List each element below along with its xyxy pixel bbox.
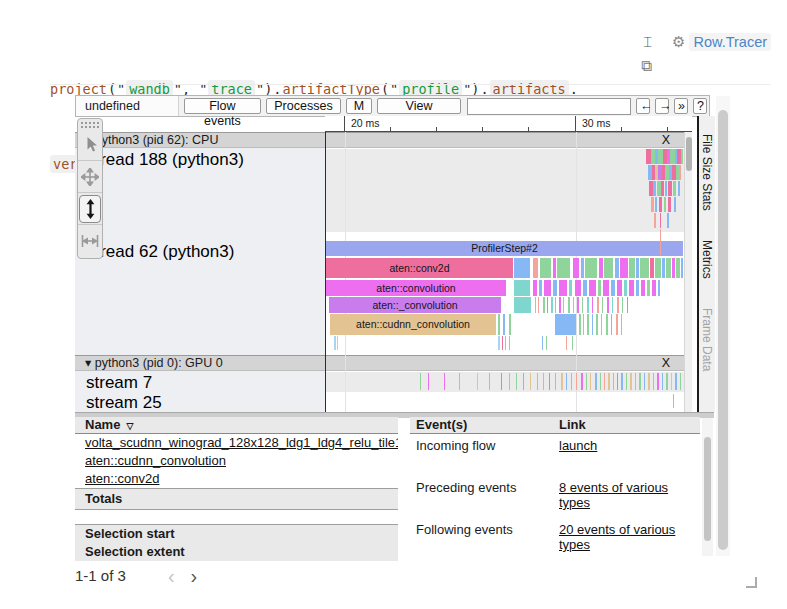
nav-right-button[interactable]: → (655, 98, 669, 114)
trace-span-segment[interactable] (662, 373, 663, 390)
trace-span-segment[interactable] (617, 373, 618, 390)
trace-span-segment[interactable] (575, 280, 581, 296)
trace-span-segment[interactable] (668, 197, 671, 212)
flow-events-button[interactable]: Flow events (184, 98, 262, 114)
trace-span-segment[interactable] (630, 373, 632, 390)
trace-span-segment[interactable] (639, 373, 641, 390)
trace-span-segment[interactable] (459, 373, 460, 390)
trace-span-segment[interactable] (655, 197, 657, 212)
pan-tool-button[interactable] (78, 160, 102, 192)
trace-span-segment[interactable] (660, 229, 661, 255)
trace-span-segment[interactable] (626, 373, 627, 390)
kernel-name-link[interactable]: volta_scudnn_winograd_128x128_ldg1_ldg4_… (85, 435, 398, 450)
trace-span-segment[interactable] (654, 213, 656, 228)
palette-drag-handle[interactable] (80, 121, 100, 129)
trace-span-segment[interactable] (592, 314, 593, 335)
panel-type-selector[interactable]: ⚙Row.Tracer (672, 33, 771, 51)
trace-span-segment[interactable] (671, 373, 672, 390)
trace-span-segment[interactable] (563, 297, 564, 313)
trace-span-segment[interactable] (582, 297, 583, 313)
trace-span-segment[interactable] (644, 373, 645, 390)
trace-span-segment[interactable] (589, 280, 596, 296)
trace-span-segment[interactable] (538, 297, 539, 313)
trace-span-segment[interactable] (653, 181, 656, 196)
trace-span-segment[interactable] (573, 258, 579, 278)
trace-span-segment[interactable] (420, 373, 421, 390)
trace-span-segment[interactable] (337, 336, 338, 350)
trace-chart-layer[interactable]: ProfilerStep#2aten::conv2daten::convolut… (326, 132, 684, 412)
following-events-link[interactable]: 20 events of various types (559, 522, 675, 552)
trace-span-segment[interactable] (597, 297, 599, 313)
trace-span-segment[interactable] (624, 280, 627, 296)
trace-span-segment[interactable] (569, 280, 572, 296)
trace-span-segment[interactable] (629, 280, 634, 296)
label-chart-divider[interactable] (325, 132, 326, 412)
trace-span-segment[interactable] (547, 297, 548, 313)
nav-left-button[interactable]: ← (636, 98, 650, 114)
trace-span-segment[interactable] (583, 280, 587, 296)
trace-span-segment[interactable] (676, 258, 680, 278)
trace-span-segment[interactable] (509, 373, 510, 390)
trace-span-segment[interactable] (537, 373, 538, 390)
vertical-zoom-tool-button[interactable] (78, 192, 102, 224)
copy-icon[interactable]: ⧉ (641, 57, 652, 75)
trace-span-segment[interactable] (662, 258, 665, 278)
page-scrollbar-thumb[interactable] (718, 110, 728, 550)
trace-span-segment[interactable] (667, 213, 669, 228)
trace-span-segment[interactable] (576, 373, 577, 390)
help-button[interactable]: ? (693, 98, 707, 114)
trace-span-segment[interactable] (681, 149, 683, 164)
event-pane-scrollbar-thumb[interactable] (704, 437, 711, 541)
trace-span-segment[interactable] (509, 336, 510, 350)
trace-span-segment[interactable] (652, 280, 656, 296)
trace-span-segment[interactable] (612, 297, 613, 313)
trace-span-segment[interactable] (606, 314, 608, 335)
trace-span-segment[interactable] (477, 373, 478, 390)
trace-span-segment[interactable] (596, 314, 598, 335)
trace-span-segment[interactable] (514, 280, 530, 296)
trace-span-segment[interactable] (635, 373, 636, 390)
trace-span-segment[interactable] (501, 373, 502, 390)
trace-span-segment[interactable] (505, 336, 506, 350)
metadata-button[interactable]: M (346, 98, 372, 114)
trace-span-segment[interactable] (583, 314, 584, 335)
trace-span-segment[interactable] (502, 336, 503, 350)
name-column-header[interactable]: Name▽ (75, 417, 398, 434)
trace-span-segment[interactable] (555, 314, 576, 335)
trace-span-segment[interactable] (611, 314, 612, 335)
trace-span[interactable]: aten::convolution (326, 280, 506, 296)
trace-tool-palette[interactable] (77, 118, 103, 259)
trace-span-segment[interactable] (555, 373, 556, 390)
trace-span-segment[interactable] (585, 258, 597, 278)
event-name-link[interactable]: aten::cudnn_convolution (85, 453, 226, 468)
trace-span-segment[interactable] (571, 373, 572, 390)
trace-span-segment[interactable] (673, 181, 676, 196)
processes-button[interactable]: Processes (266, 98, 340, 114)
trace-span-segment[interactable] (620, 258, 628, 278)
trace-span-segment[interactable] (489, 373, 490, 390)
trace-span-segment[interactable] (599, 258, 603, 278)
trace-span-segment[interactable] (586, 373, 587, 390)
trace-span-segment[interactable] (543, 373, 544, 390)
trace-span-segment[interactable] (535, 297, 536, 313)
trace-span-segment[interactable] (444, 373, 445, 390)
trace-span-segment[interactable] (568, 297, 570, 313)
resize-grip[interactable] (746, 577, 757, 588)
trace-span-segment[interactable] (543, 297, 545, 313)
trace-span-segment[interactable] (613, 373, 614, 390)
timing-tool-button[interactable] (78, 224, 102, 256)
trace-span-segment[interactable] (590, 373, 591, 390)
gear-icon[interactable]: ⚙ (672, 33, 685, 50)
event-name-link[interactable]: aten::conv2d (85, 471, 159, 486)
trace-search-input[interactable] (467, 98, 631, 115)
trace-span-segment[interactable] (533, 258, 538, 278)
trace-span-segment[interactable] (657, 373, 659, 390)
trace-span-segment[interactable] (566, 336, 567, 350)
trace-span-segment[interactable] (607, 297, 609, 313)
trace-span-segment[interactable] (572, 336, 573, 350)
next-page-button[interactable]: › (191, 568, 198, 584)
page-scrollbar[interactable] (716, 96, 730, 556)
trace-span-segment[interactable] (661, 181, 664, 196)
trace-span-segment[interactable] (611, 280, 615, 296)
trace-span-segment[interactable] (664, 197, 666, 212)
